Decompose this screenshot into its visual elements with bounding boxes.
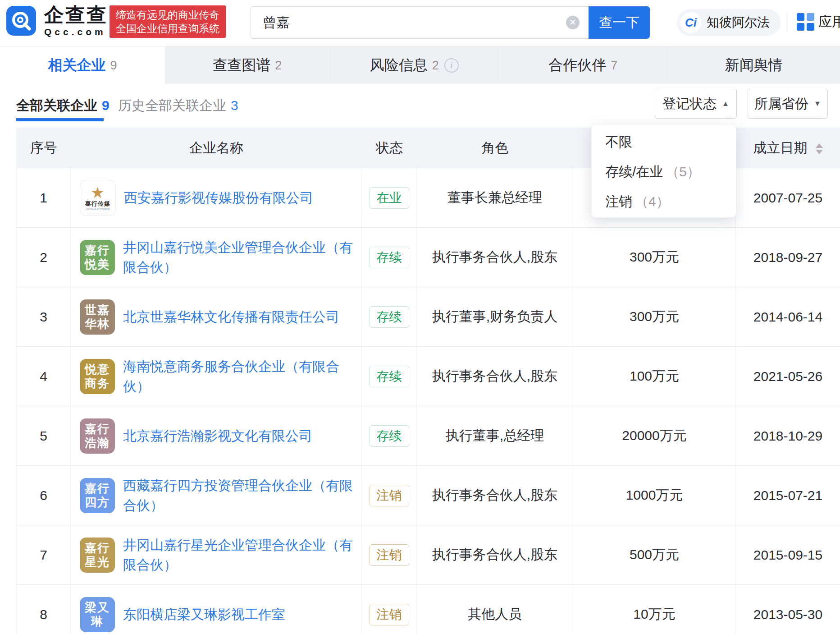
star-icon: ★ <box>91 185 105 200</box>
company-name-link[interactable]: 东阳横店梁又琳影视工作室 <box>123 605 285 625</box>
date-cell: 2015-09-15 <box>736 525 840 584</box>
logo-line2: 琳 <box>91 615 104 629</box>
capital-cell: 20000万元 <box>573 406 736 465</box>
logo-line1: 嘉行传媒 <box>85 200 110 207</box>
row-number: 4 <box>16 347 71 406</box>
capital-cell: 10万元 <box>573 585 736 634</box>
role-cell: 执行事务合伙人,股东 <box>417 228 573 287</box>
logo-line2: 浩瀚 <box>85 436 110 450</box>
logo-line2: 悦美 <box>85 257 110 271</box>
dropdown-option-unlimited[interactable]: 不限 <box>592 127 736 157</box>
date-cell: 2013-05-30 <box>736 585 840 634</box>
company-name-link[interactable]: 井冈山嘉行悦美企业管理合伙企业（有限合伙） <box>123 238 357 277</box>
tab-partners[interactable]: 合作伙伴 7 <box>498 46 667 84</box>
company-name-link[interactable]: 海南悦意商务服务合伙企业（有限合伙） <box>123 357 357 396</box>
logo-caption: JAYWALK STUDIO <box>86 207 110 211</box>
status-badge: 在业 <box>370 187 409 209</box>
tab-risk-info[interactable]: 风险信息 2 i <box>329 46 498 84</box>
company-name-link[interactable]: 北京世嘉华林文化传播有限责任公司 <box>123 307 339 327</box>
subtab-history-related[interactable]: 历史全部关联企业3 <box>118 96 238 115</box>
apps-label: 应用 <box>818 13 840 31</box>
date-cell: 2021-05-26 <box>736 347 840 406</box>
date-cell: 2018-10-29 <box>736 406 840 465</box>
status-badge: 注销 <box>370 485 409 506</box>
search-button[interactable]: 查一下 <box>589 6 650 39</box>
logo-line1: 悦意 <box>85 363 110 377</box>
role-cell: 执行董事,财务负责人 <box>417 287 573 346</box>
tab-count: 2 <box>275 59 282 73</box>
qcc-wordmark: 企查查 Qcc.com <box>44 4 112 38</box>
role-cell: 董事长兼总经理 <box>417 168 573 227</box>
capital-cell: 500万元 <box>573 525 736 584</box>
subtab-label: 全部关联企业 <box>16 98 97 113</box>
clear-icon[interactable]: ✕ <box>566 16 580 29</box>
logo-text-cn: 企查查 <box>44 4 112 26</box>
company-name-link[interactable]: 井冈山嘉行星光企业管理合伙企业（有限合伙） <box>123 535 357 575</box>
status-badge: 存续 <box>370 306 409 328</box>
header-date-label: 成立日期 <box>753 140 807 155</box>
company-name-link[interactable]: 西藏嘉行四方投资管理合伙企业（有限合伙） <box>123 476 357 515</box>
company-cell: ★ 世嘉 华林 北京世嘉华林文化传播有限责任公司 <box>71 287 362 346</box>
tab-label: 合作伙伴 <box>548 55 606 75</box>
filter-registration-status[interactable]: 登记状态 ▲ <box>655 89 737 119</box>
company-logo: ★ 嘉行 悦美 <box>80 240 115 275</box>
tab-count: 2 <box>432 59 439 73</box>
slogan-line2: 全国企业信用查询系统 <box>116 22 219 35</box>
capital-cell: 100万元 <box>573 347 736 406</box>
info-icon[interactable]: i <box>444 58 459 73</box>
table-row: 5 ★ 嘉行 浩瀚 北京嘉行浩瀚影视文化有限公司 存续 执行董事,总经理 200… <box>16 406 840 466</box>
table-row: 7 ★ 嘉行 星光 井冈山嘉行星光企业管理合伙企业（有限合伙） 注销 执行事务合… <box>16 525 840 585</box>
tab-news[interactable]: 新闻舆情 <box>667 46 840 84</box>
table-row: 8 ★ 梁又 琳 东阳横店梁又琳影视工作室 注销 其他人员 10万元 2013-… <box>16 585 840 634</box>
dropdown-option-active[interactable]: 存续/在业 （5） <box>592 157 736 187</box>
role-cell: 执行事务合伙人,股东 <box>417 347 573 406</box>
active-subtab-underline <box>16 118 104 121</box>
filter-province[interactable]: 所属省份 ▼ <box>748 89 828 119</box>
filter-label: 所属省份 <box>754 95 808 113</box>
subtab-count: 3 <box>231 98 238 113</box>
option-count: （4） <box>635 193 670 211</box>
row-number: 6 <box>16 466 71 525</box>
search-input[interactable] <box>251 6 589 39</box>
company-logo: ★ 嘉行 四方 <box>80 478 115 513</box>
table-row: 4 ★ 悦意 商务 海南悦意商务服务合伙企业（有限合伙） 存续 执行事务合伙人,… <box>16 347 840 406</box>
header-divider <box>786 13 786 32</box>
apps-button[interactable]: 应用 <box>797 13 840 31</box>
status-cell: 存续 <box>362 228 417 287</box>
qcc-logo-icon[interactable] <box>6 6 36 36</box>
table-row: 6 ★ 嘉行 四方 西藏嘉行四方投资管理合伙企业（有限合伙） 注销 执行事务合伙… <box>16 466 840 525</box>
tab-label: 风险信息 <box>370 55 428 75</box>
company-cell: ★ 悦意 商务 海南悦意商务服务合伙企业（有限合伙） <box>71 347 362 406</box>
status-badge: 注销 <box>370 544 409 566</box>
status-cell: 注销 <box>362 525 417 584</box>
tab-label: 相关企业 <box>48 55 106 75</box>
company-logo: ★ 嘉行 星光 <box>80 538 115 573</box>
company-name-link[interactable]: 西安嘉行影视传媒股份有限公司 <box>124 188 313 208</box>
tab-related-companies[interactable]: 相关企业 9 <box>0 46 165 84</box>
header-date[interactable]: 成立日期 <box>736 139 840 157</box>
status-cell: 存续 <box>362 406 417 465</box>
tab-chacha-graph[interactable]: 查查图谱 2 <box>165 46 329 84</box>
subtab-all-related[interactable]: 全部关联企业9 <box>16 96 110 115</box>
alpha-logo-icon: Ci <box>680 12 701 33</box>
date-cell: 2014-06-14 <box>736 287 840 346</box>
company-name-link[interactable]: 北京嘉行浩瀚影视文化有限公司 <box>123 426 312 446</box>
logo-line2: 华林 <box>85 317 110 331</box>
company-cell: ★ 嘉行 浩瀚 北京嘉行浩瀚影视文化有限公司 <box>71 406 362 465</box>
tab-count: 7 <box>611 59 617 73</box>
dropdown-option-cancelled[interactable]: 注销 （4） <box>592 187 736 216</box>
caret-down-icon: ▼ <box>814 100 821 108</box>
company-logo: ★ 世嘉 华林 <box>80 299 115 335</box>
logo-line1: 世嘉 <box>85 303 110 317</box>
company-cell: ★ 嘉行 星光 井冈山嘉行星光企业管理合伙企业（有限合伙） <box>71 525 362 584</box>
app-grid-icon <box>797 13 815 31</box>
tab-label: 新闻舆情 <box>725 55 783 75</box>
capital-cell: 1000万元 <box>573 466 736 525</box>
sort-icon[interactable] <box>816 143 823 154</box>
option-count: （5） <box>666 163 700 181</box>
sub-tab-bar: 全部关联企业9 历史全部关联企业3 登记状态 ▲ 所属省份 ▼ <box>0 84 840 128</box>
zhibi-alpha-button[interactable]: Ci 知彼阿尔法 <box>677 9 781 36</box>
role-cell: 其他人员 <box>417 585 573 634</box>
status-cell: 注销 <box>362 585 417 634</box>
logo-line2: 星光 <box>85 555 110 569</box>
